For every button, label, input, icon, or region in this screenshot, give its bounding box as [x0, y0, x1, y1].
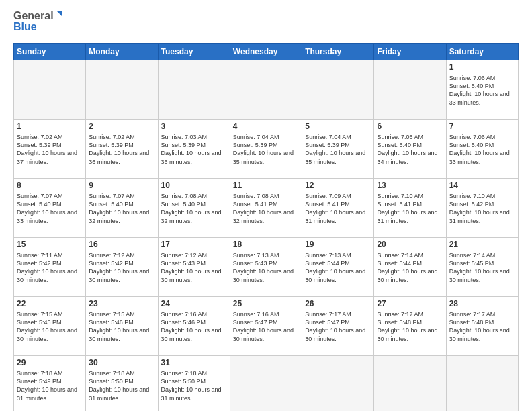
page: General Blue SundayMondayTuesdayWednesda… [0, 0, 532, 411]
calendar-cell: 5 Sunrise: 7:04 AMSunset: 5:39 PMDayligh… [302, 120, 374, 179]
calendar-cell: 1 Sunrise: 7:02 AMSunset: 5:39 PMDayligh… [14, 120, 86, 179]
day-number: 31 [161, 358, 227, 369]
day-number: 9 [89, 181, 154, 191]
calendar-cell: 19 Sunrise: 7:13 AMSunset: 5:44 PMDaylig… [302, 238, 374, 297]
calendar-cell [302, 356, 374, 412]
calendar-day-header: Thursday [302, 44, 374, 60]
day-info: Sunrise: 7:06 AMSunset: 5:40 PMDaylight:… [449, 134, 510, 165]
day-number: 18 [233, 240, 299, 250]
calendar-cell: 8 Sunrise: 7:07 AMSunset: 5:40 PMDayligh… [14, 179, 86, 238]
day-info: Sunrise: 7:18 AMSunset: 5:50 PMDaylight:… [89, 370, 149, 402]
calendar-cell: 26 Sunrise: 7:17 AMSunset: 5:47 PMDaylig… [302, 297, 374, 356]
calendar-cell [302, 60, 374, 120]
calendar-table: SundayMondayTuesdayWednesdayThursdayFrid… [13, 43, 519, 411]
day-info: Sunrise: 7:10 AMSunset: 5:42 PMDaylight:… [449, 193, 510, 224]
day-number: 13 [377, 181, 443, 191]
calendar-cell: 29 Sunrise: 7:18 AMSunset: 5:49 PMDaylig… [14, 356, 86, 412]
day-number: 10 [161, 181, 227, 191]
day-info: Sunrise: 7:09 AMSunset: 5:41 PMDaylight:… [305, 193, 365, 224]
day-number: 1 [17, 122, 83, 132]
calendar-cell: 28 Sunrise: 7:17 AMSunset: 5:48 PMDaylig… [446, 297, 518, 356]
day-number: 16 [89, 240, 154, 250]
day-info: Sunrise: 7:03 AMSunset: 5:39 PMDaylight:… [161, 134, 222, 165]
day-info: Sunrise: 7:17 AMSunset: 5:47 PMDaylight:… [305, 311, 365, 342]
calendar-cell: 18 Sunrise: 7:13 AMSunset: 5:43 PMDaylig… [230, 238, 302, 297]
calendar-cell: 22 Sunrise: 7:15 AMSunset: 5:45 PMDaylig… [14, 297, 86, 356]
day-number: 24 [161, 299, 227, 310]
calendar-cell: 10 Sunrise: 7:08 AMSunset: 5:40 PMDaylig… [158, 179, 230, 238]
day-number: 6 [377, 122, 443, 132]
calendar-cell: 6 Sunrise: 7:05 AMSunset: 5:40 PMDayligh… [374, 120, 446, 179]
day-info: Sunrise: 7:16 AMSunset: 5:46 PMDaylight:… [161, 311, 222, 342]
calendar-cell: 17 Sunrise: 7:12 AMSunset: 5:43 PMDaylig… [158, 238, 230, 297]
header: General Blue [13, 11, 519, 38]
day-number: 14 [449, 181, 515, 191]
day-info: Sunrise: 7:17 AMSunset: 5:48 PMDaylight:… [449, 311, 510, 342]
day-number: 20 [377, 240, 443, 250]
day-info: Sunrise: 7:07 AMSunset: 5:40 PMDaylight:… [89, 193, 149, 224]
calendar-day-header: Sunday [14, 44, 86, 60]
day-number: 21 [449, 240, 515, 250]
day-info: Sunrise: 7:07 AMSunset: 5:40 PMDaylight:… [17, 193, 77, 224]
calendar-cell [158, 60, 230, 120]
day-info: Sunrise: 7:15 AMSunset: 5:46 PMDaylight:… [89, 311, 149, 342]
day-number: 22 [17, 299, 83, 310]
calendar-cell: 31 Sunrise: 7:18 AMSunset: 5:50 PMDaylig… [158, 356, 230, 412]
day-info: Sunrise: 7:14 AMSunset: 5:44 PMDaylight:… [377, 252, 437, 283]
calendar-cell: 24 Sunrise: 7:16 AMSunset: 5:46 PMDaylig… [158, 297, 230, 356]
calendar-header-row: SundayMondayTuesdayWednesdayThursdayFrid… [14, 44, 519, 60]
calendar-cell: 11 Sunrise: 7:08 AMSunset: 5:41 PMDaylig… [230, 179, 302, 238]
day-number: 12 [305, 181, 371, 191]
calendar-cell [374, 60, 446, 120]
calendar-day-header: Monday [86, 44, 158, 60]
day-number: 3 [161, 122, 227, 132]
day-number: 25 [233, 299, 299, 310]
day-info: Sunrise: 7:13 AMSunset: 5:43 PMDaylight:… [233, 252, 294, 283]
day-number: 8 [17, 181, 83, 191]
day-number: 1 [449, 62, 515, 73]
day-number: 15 [17, 240, 83, 250]
day-number: 19 [305, 240, 371, 250]
calendar-day-header: Saturday [446, 44, 518, 60]
day-number: 4 [233, 122, 299, 132]
calendar-day-header: Wednesday [230, 44, 302, 60]
day-info: Sunrise: 7:02 AMSunset: 5:39 PMDaylight:… [17, 134, 77, 165]
day-info: Sunrise: 7:02 AMSunset: 5:39 PMDaylight:… [89, 134, 149, 165]
calendar-cell: 4 Sunrise: 7:04 AMSunset: 5:39 PMDayligh… [230, 120, 302, 179]
calendar-cell: 23 Sunrise: 7:15 AMSunset: 5:46 PMDaylig… [86, 297, 158, 356]
calendar-week-row: 1 Sunrise: 7:06 AMSunset: 5:40 PMDayligh… [14, 60, 519, 120]
calendar-cell: 21 Sunrise: 7:14 AMSunset: 5:45 PMDaylig… [446, 238, 518, 297]
day-info: Sunrise: 7:11 AMSunset: 5:42 PMDaylight:… [17, 252, 77, 283]
day-info: Sunrise: 7:08 AMSunset: 5:40 PMDaylight:… [161, 193, 222, 224]
calendar-day-header: Tuesday [158, 44, 230, 60]
day-number: 26 [305, 299, 371, 310]
day-info: Sunrise: 7:12 AMSunset: 5:43 PMDaylight:… [161, 252, 222, 283]
day-info: Sunrise: 7:08 AMSunset: 5:41 PMDaylight:… [233, 193, 294, 224]
day-info: Sunrise: 7:10 AMSunset: 5:41 PMDaylight:… [377, 193, 437, 224]
calendar-week-row: 29 Sunrise: 7:18 AMSunset: 5:49 PMDaylig… [14, 356, 519, 412]
day-number: 23 [89, 299, 154, 310]
calendar-week-row: 1 Sunrise: 7:02 AMSunset: 5:39 PMDayligh… [14, 120, 519, 179]
calendar-cell: 1 Sunrise: 7:06 AMSunset: 5:40 PMDayligh… [446, 60, 518, 120]
day-number: 5 [305, 122, 371, 132]
calendar-cell [86, 60, 158, 120]
calendar-cell: 2 Sunrise: 7:02 AMSunset: 5:39 PMDayligh… [86, 120, 158, 179]
calendar-cell [230, 356, 302, 412]
calendar-cell: 13 Sunrise: 7:10 AMSunset: 5:41 PMDaylig… [374, 179, 446, 238]
calendar-week-row: 15 Sunrise: 7:11 AMSunset: 5:42 PMDaylig… [14, 238, 519, 297]
calendar-cell: 14 Sunrise: 7:10 AMSunset: 5:42 PMDaylig… [446, 179, 518, 238]
calendar-cell [374, 356, 446, 412]
calendar-cell: 20 Sunrise: 7:14 AMSunset: 5:44 PMDaylig… [374, 238, 446, 297]
day-number: 30 [89, 358, 154, 369]
svg-marker-0 [56, 11, 62, 16]
day-number: 2 [89, 122, 154, 132]
day-number: 7 [449, 122, 515, 132]
day-info: Sunrise: 7:15 AMSunset: 5:45 PMDaylight:… [17, 311, 77, 342]
day-info: Sunrise: 7:14 AMSunset: 5:45 PMDaylight:… [449, 252, 510, 283]
day-info: Sunrise: 7:16 AMSunset: 5:47 PMDaylight:… [233, 311, 294, 342]
calendar-cell [446, 356, 518, 412]
calendar-cell: 16 Sunrise: 7:12 AMSunset: 5:42 PMDaylig… [86, 238, 158, 297]
day-info: Sunrise: 7:06 AMSunset: 5:40 PMDaylight:… [449, 75, 510, 106]
day-number: 28 [449, 299, 515, 310]
day-number: 11 [233, 181, 299, 191]
